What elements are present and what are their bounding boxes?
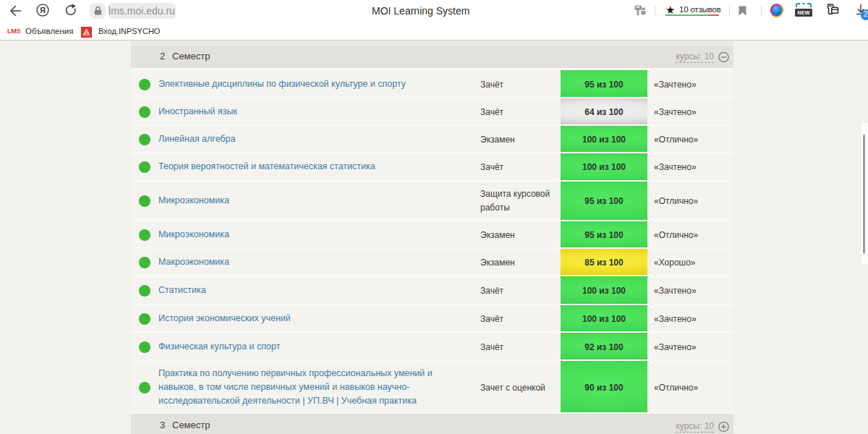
svg-text:Я: Я xyxy=(40,6,46,14)
